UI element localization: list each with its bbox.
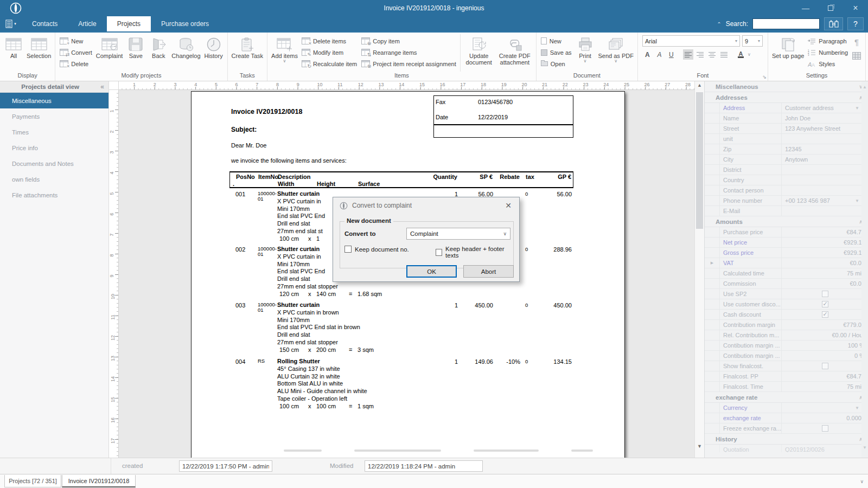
delete-items-button[interactable]: ×Delete items: [302, 37, 357, 45]
document-save-as-button[interactable]: Save as: [541, 48, 572, 56]
section-amounts[interactable]: Amounts∧: [705, 216, 868, 227]
paragraph-button[interactable]: Paragraph: [808, 37, 848, 45]
scroll-down-icon[interactable]: ▼: [695, 444, 704, 449]
field-contribution-margin-pct2[interactable]: Contibution margin ...0 %: [705, 351, 868, 361]
field-country[interactable]: Country: [705, 175, 868, 185]
sidebar-item-own-fields[interactable]: own fields: [0, 171, 108, 187]
search-input[interactable]: [752, 18, 820, 29]
add-items-button[interactable]: Add items∨: [270, 34, 299, 71]
field-contact-person[interactable]: Contact person: [705, 185, 868, 196]
panel-scrollbar[interactable]: ▲ ▼: [861, 81, 868, 458]
dialog-launcher-icon[interactable]: ⇘: [762, 74, 767, 80]
field-quotation[interactable]: QuotationQ201912/0026: [705, 445, 868, 452]
tab-article[interactable]: Article: [68, 16, 106, 31]
checkbox[interactable]: [436, 249, 442, 256]
set-up-page-button[interactable]: Set up page: [770, 34, 806, 71]
complaint-button[interactable]: Complaint: [94, 34, 125, 71]
expand-icon[interactable]: ▶: [705, 258, 720, 268]
field-zip[interactable]: Zip12345: [705, 144, 868, 155]
create-task-button[interactable]: Create Task: [230, 34, 265, 71]
tab-contacts[interactable]: Contacts: [22, 16, 68, 31]
section-addresses[interactable]: Addresses∧: [705, 92, 868, 103]
sidebar-item-price-info[interactable]: Price info: [0, 140, 108, 156]
close-button[interactable]: ×: [843, 0, 868, 16]
checkbox[interactable]: [822, 425, 828, 432]
document-scrollbar[interactable]: ▲ ▼: [694, 81, 704, 458]
back-button[interactable]: Back: [147, 34, 170, 71]
field-city[interactable]: CityAnytown: [705, 155, 868, 165]
field-email[interactable]: E-Mail: [705, 206, 868, 216]
field-street[interactable]: Street123 Anywhere Street: [705, 124, 868, 134]
receipt-assignment-button[interactable]: ⊗Project item receipt assignment: [361, 60, 456, 68]
modified-value-field[interactable]: [365, 460, 483, 472]
tab-purchase-orders[interactable]: Purchase orders: [151, 16, 219, 31]
changelog-button[interactable]: Changelog: [170, 34, 202, 71]
field-show-finalcost[interactable]: Show finalcost.: [705, 361, 868, 371]
delete-button[interactable]: ×Delete: [60, 60, 92, 68]
checkbox[interactable]: [822, 363, 828, 369]
field-rel-contribution-margin[interactable]: Rel. Contribution m...€0.00 / Hour: [705, 330, 868, 341]
help-button[interactable]: ?: [847, 17, 864, 30]
font-size-select[interactable]: 9▾: [742, 35, 763, 47]
table-row[interactable]: 003100000-01 Shutter curtain X PVC curta…: [229, 301, 573, 356]
copy-item-button[interactable]: ⊕Copy item: [361, 37, 456, 45]
collapse-ribbon-icon[interactable]: ⌃: [717, 21, 721, 27]
align-center-button[interactable]: [707, 49, 717, 60]
chevron-down-icon[interactable]: ▼: [855, 106, 859, 111]
field-vat[interactable]: ▶VAT€0.00: [705, 258, 868, 268]
justify-button[interactable]: [719, 49, 729, 60]
field-finalcost-time[interactable]: Finalcost. Time75 min: [705, 382, 868, 392]
field-gross-price[interactable]: Gross price€929.11: [705, 248, 868, 258]
sidebar-item-file-attachments[interactable]: File attachments: [0, 187, 108, 203]
send-as-pdf-button[interactable]: Send as PDF∨: [597, 34, 635, 71]
abort-button[interactable]: Abort: [463, 265, 514, 278]
print-button[interactable]: Print∨: [574, 34, 597, 71]
field-commission[interactable]: Commission€0.00: [705, 279, 868, 289]
align-right-button[interactable]: [695, 49, 705, 60]
modify-item-button[interactable]: ✎Modify item: [302, 48, 357, 56]
bold-button[interactable]: A: [642, 49, 653, 60]
close-icon[interactable]: ✕: [503, 201, 514, 210]
font-family-select[interactable]: Arial▾: [642, 35, 740, 47]
field-unit[interactable]: unit: [705, 134, 868, 144]
field-contribution-margin[interactable]: Contribution margin€779.06: [705, 320, 868, 330]
field-use-customer-discount[interactable]: Use customer disco...: [705, 299, 868, 310]
collapse-sidebar-icon[interactable]: «: [100, 83, 104, 91]
scroll-down-icon[interactable]: ▼: [863, 445, 867, 450]
keep-header-footer-checkbox[interactable]: Keep header + footer texts: [436, 246, 513, 259]
sidebar-item-times[interactable]: Times: [0, 124, 108, 140]
pilcrow-button[interactable]: ¶: [854, 37, 859, 47]
document-new-button[interactable]: New: [541, 37, 572, 45]
tab-projects-list[interactable]: Projects [72 / 351]: [4, 475, 61, 487]
checkbox[interactable]: [822, 291, 828, 297]
document-open-button[interactable]: Open: [541, 60, 572, 68]
tab-projects[interactable]: Projects: [107, 16, 151, 31]
chevron-down-icon[interactable]: ▼: [855, 406, 859, 410]
italic-button[interactable]: A: [654, 49, 665, 60]
field-net-price[interactable]: Net price€929.11: [705, 237, 868, 248]
section-history[interactable]: History∧: [705, 434, 868, 445]
numbering-button[interactable]: 123Numbering: [808, 48, 848, 56]
field-phone-number[interactable]: Phone number+00 123 456 987▼: [705, 196, 868, 206]
created-value-field[interactable]: [179, 460, 272, 472]
chevron-down-icon[interactable]: ▼: [855, 198, 859, 203]
field-freeze-exchange-rate[interactable]: Freeze exchange ra...: [705, 423, 868, 434]
underline-button[interactable]: U: [666, 49, 676, 60]
chevron-down-icon[interactable]: ∨: [860, 479, 864, 484]
recalculate-item-button[interactable]: ↻Recalculate item: [302, 60, 357, 68]
field-calculated-time[interactable]: Calculated time75 min: [705, 268, 868, 279]
checkbox[interactable]: [822, 301, 828, 307]
field-cash-discount[interactable]: Cash discount: [705, 310, 868, 320]
keep-document-no-checkbox[interactable]: Keep document no.: [344, 246, 409, 253]
sidebar-item-documents-notes[interactable]: Documents and Notes: [0, 156, 108, 171]
app-menu-button[interactable]: ▾: [0, 16, 22, 31]
sidebar-item-payments[interactable]: Payments: [0, 108, 108, 124]
convert-to-select[interactable]: Complaint∨: [406, 228, 510, 240]
advanced-search-button[interactable]: [824, 17, 843, 30]
checkbox[interactable]: [344, 246, 352, 253]
scroll-up-icon[interactable]: ▲: [695, 82, 704, 88]
convert-button[interactable]: ⇄Convert: [60, 48, 92, 56]
create-pdf-attachment-button[interactable]: Create PDF attachment: [496, 34, 534, 71]
all-button[interactable]: All: [2, 34, 25, 71]
update-document-button[interactable]: Update document: [462, 34, 496, 71]
